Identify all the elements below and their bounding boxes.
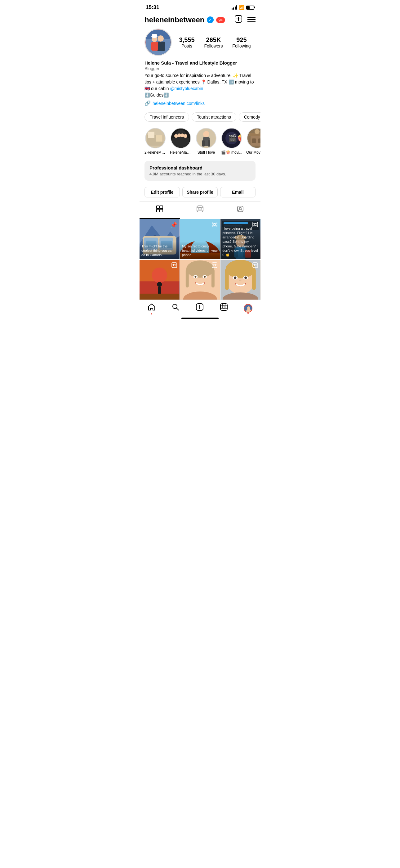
svg-point-36 <box>255 129 260 134</box>
svg-rect-17 <box>156 135 163 142</box>
story-item-0[interactable]: 2HeleneMa... <box>144 128 166 155</box>
story-thumb-1 <box>171 128 190 148</box>
svg-point-100 <box>194 276 196 278</box>
svg-rect-96 <box>186 269 189 287</box>
svg-rect-29 <box>208 140 210 147</box>
story-circle-4 <box>247 128 261 148</box>
svg-rect-24 <box>172 138 189 148</box>
stats-container: 3,555 Posts 265K Followers 925 Following <box>174 36 256 49</box>
verified-badge: ✓ <box>207 17 214 23</box>
svg-point-26 <box>203 131 209 137</box>
nav-search[interactable] <box>171 303 179 313</box>
email-button[interactable]: Email <box>220 187 256 197</box>
grid-overlay-0: This might be the coolest thing you can … <box>139 242 179 259</box>
grid-overlay-1: My secret to crisp, beautiful videos on … <box>180 242 220 259</box>
story-circle-1 <box>171 128 191 148</box>
website-url[interactable]: heleneinbetween.com/links <box>153 101 205 106</box>
svg-rect-37 <box>252 138 256 143</box>
svg-point-115 <box>245 276 247 279</box>
posts-stat[interactable]: 3,555 Posts <box>179 36 194 49</box>
svg-rect-11 <box>151 42 158 51</box>
following-stat[interactable]: 925 Following <box>232 36 251 49</box>
wifi-icon: 📶 <box>239 5 244 10</box>
menu-icon[interactable] <box>247 16 256 24</box>
story-item-1[interactable]: HeleneMad... <box>170 128 192 155</box>
svg-point-66 <box>214 223 215 225</box>
content-tab-bar <box>139 201 261 219</box>
story-thumb-2 <box>197 128 216 148</box>
svg-point-8 <box>158 35 164 41</box>
svg-point-90 <box>173 264 175 266</box>
tab-tagged[interactable] <box>220 202 261 219</box>
nav-reels-icon <box>220 303 228 313</box>
svg-rect-44 <box>160 209 163 212</box>
category-travel-influencers[interactable]: Travel influencers <box>144 113 189 122</box>
edit-profile-button[interactable]: Edit profile <box>144 187 180 197</box>
story-item-4[interactable]: Our Move A... <box>246 128 261 155</box>
status-bar: 15:31 📶 <box>139 0 261 13</box>
tab-reels[interactable] <box>180 202 220 219</box>
grid-item-4[interactable] <box>180 260 220 300</box>
add-icon <box>196 303 204 313</box>
category-tourist-attractions[interactable]: Tourist attractions <box>192 113 236 122</box>
svg-point-127 <box>223 306 225 308</box>
story-item-3[interactable]: 🎬🍿 🎬🍿 movi... <box>221 128 242 155</box>
svg-rect-45 <box>197 206 203 212</box>
grid-item-5[interactable] <box>221 260 261 300</box>
nav-profile[interactable] <box>244 304 253 313</box>
notification-badge[interactable]: 9+ <box>216 17 225 23</box>
grid-text-2: I love being a travel princess. Flight? … <box>222 226 259 257</box>
username: heleneinbetween <box>144 16 204 24</box>
header: heleneinbetween ✓ 9+ <box>139 13 261 29</box>
category-comedy[interactable]: Comedy <box>239 113 261 122</box>
bio-name: Helene Sula - Travel and Lifestyle Blogg… <box>144 60 256 65</box>
bio-mention[interactable]: @mistybluecabin <box>170 86 203 91</box>
story-circle-0 <box>145 128 166 148</box>
home-nav-dot <box>151 313 152 314</box>
reel-icon-4 <box>212 262 218 270</box>
bio-website[interactable]: 🔗 heleneinbetween.com/links <box>144 100 256 106</box>
nav-home[interactable] <box>147 303 156 313</box>
reels-icon <box>196 205 204 215</box>
grid-item-3[interactable] <box>139 260 179 300</box>
pro-dashboard[interactable]: Professional dashboard 4.9M accounts rea… <box>144 161 256 181</box>
header-icons <box>234 15 256 25</box>
svg-rect-117 <box>253 262 258 268</box>
following-label: Following <box>232 43 251 49</box>
status-icons: 📶 <box>232 5 254 10</box>
grid-item-2[interactable]: I love being a travel princess. Flight? … <box>221 219 261 259</box>
avatar[interactable] <box>144 29 172 56</box>
nav-add[interactable] <box>196 303 204 313</box>
svg-point-46 <box>199 208 201 210</box>
story-thumb-4 <box>247 128 261 148</box>
svg-rect-43 <box>157 209 159 212</box>
svg-rect-97 <box>211 269 214 287</box>
nav-reels[interactable] <box>220 303 228 313</box>
battery-icon <box>246 6 254 10</box>
svg-rect-110 <box>225 268 229 290</box>
svg-rect-103 <box>212 262 217 268</box>
followers-stat[interactable]: 265K Followers <box>204 36 223 49</box>
posts-count: 3,555 <box>179 36 194 43</box>
svg-rect-65 <box>212 222 217 227</box>
bio-category: Blogger <box>144 66 256 71</box>
tab-grid[interactable] <box>139 202 180 219</box>
grid-item-1[interactable]: My secret to crisp, beautiful videos on … <box>180 219 220 259</box>
svg-rect-35 <box>249 133 261 136</box>
svg-text:🎬🍿: 🎬🍿 <box>228 134 241 142</box>
nav-profile-avatar <box>244 304 253 313</box>
story-item-2[interactable]: Stuff I love <box>195 128 217 155</box>
followers-label: Followers <box>204 43 223 49</box>
story-thumb-0 <box>146 128 165 148</box>
bio-section: Helene Sula - Travel and Lifestyle Blogg… <box>139 60 261 110</box>
share-profile-button[interactable]: Share profile <box>182 187 218 197</box>
status-time: 15:31 <box>146 4 159 10</box>
pro-dashboard-title: Professional dashboard <box>149 165 251 170</box>
grid-item-0[interactable]: 📌 This might be the coolest thing you ca… <box>139 219 179 259</box>
grid-overlay-2: I love being a travel princess. Flight? … <box>221 224 261 259</box>
svg-point-104 <box>214 264 215 266</box>
signal-icon <box>232 5 237 10</box>
svg-rect-41 <box>157 206 159 209</box>
svg-point-101 <box>204 276 206 278</box>
add-content-icon[interactable] <box>234 15 242 25</box>
